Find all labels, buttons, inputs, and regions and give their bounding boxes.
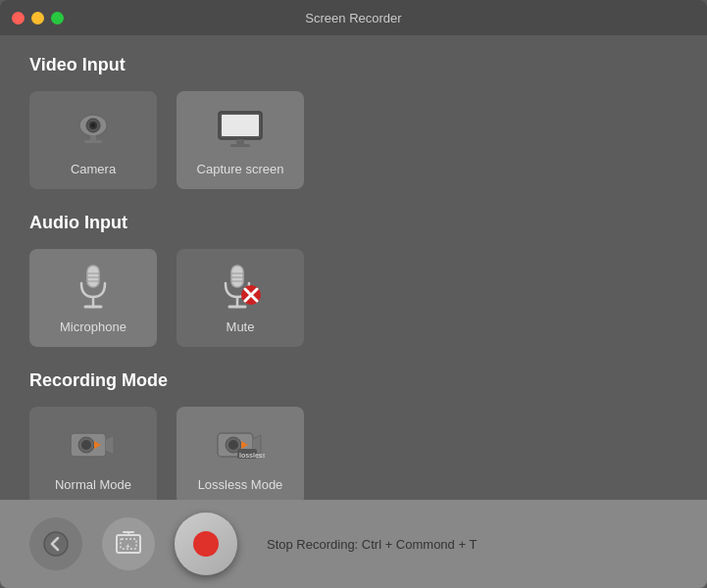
camera-icon bbox=[69, 105, 118, 154]
minimize-button[interactable] bbox=[31, 12, 44, 24]
record-button[interactable] bbox=[175, 513, 237, 575]
mute-label: Mute bbox=[227, 319, 255, 334]
window-title: Screen Recorder bbox=[305, 11, 401, 25]
recording-mode-title: Recording Mode bbox=[29, 370, 678, 391]
svg-point-27 bbox=[81, 440, 91, 450]
camera-button[interactable]: Camera bbox=[29, 91, 157, 189]
bottom-bar: + Stop Recording: Ctrl + Commond + T bbox=[0, 500, 707, 588]
camera-label: Camera bbox=[71, 162, 116, 176]
titlebar: Screen Recorder bbox=[0, 0, 707, 35]
svg-rect-4 bbox=[90, 135, 96, 140]
record-indicator bbox=[193, 531, 219, 557]
svg-text:lossless: lossless bbox=[239, 452, 265, 459]
main-content: Video Input bbox=[0, 35, 707, 500]
microphone-label: Microphone bbox=[60, 319, 126, 334]
microphone-icon bbox=[69, 263, 118, 312]
back-button[interactable] bbox=[29, 517, 82, 570]
recording-mode-section: Recording Mode bbox=[29, 370, 678, 500]
maximize-button[interactable] bbox=[51, 12, 64, 24]
audio-input-options: Microphone bbox=[29, 249, 678, 347]
svg-rect-8 bbox=[236, 139, 244, 144]
capture-button[interactable]: + bbox=[102, 517, 155, 570]
svg-rect-7 bbox=[222, 115, 259, 136]
capture-screen-button[interactable]: Capture screen bbox=[177, 91, 304, 189]
video-input-title: Video Input bbox=[29, 55, 678, 75]
mute-icon bbox=[216, 263, 265, 312]
capture-screen-label: Capture screen bbox=[197, 162, 284, 176]
svg-rect-10 bbox=[87, 266, 99, 287]
stop-recording-text: Stop Recording: Ctrl + Commond + T bbox=[267, 537, 477, 552]
microphone-button[interactable]: Microphone bbox=[29, 249, 157, 347]
video-input-options: Camera Capture screen bbox=[29, 91, 678, 189]
mute-button[interactable]: Mute bbox=[177, 249, 304, 347]
normal-mode-label: Normal Mode bbox=[55, 477, 131, 492]
traffic-lights bbox=[12, 12, 64, 24]
lossless-mode-icon: lossless bbox=[216, 420, 265, 469]
lossless-mode-button[interactable]: lossless Lossless Mode bbox=[177, 407, 304, 500]
recording-mode-options: Normal Mode bbox=[29, 407, 678, 500]
audio-input-section: Audio Input bbox=[29, 213, 678, 347]
audio-input-title: Audio Input bbox=[29, 213, 678, 233]
normal-mode-button[interactable]: Normal Mode bbox=[29, 407, 157, 500]
svg-rect-16 bbox=[231, 266, 243, 287]
svg-rect-9 bbox=[230, 144, 250, 147]
app-window: Screen Recorder Video Input bbox=[0, 0, 707, 588]
capture-screen-icon bbox=[216, 105, 265, 154]
svg-point-3 bbox=[91, 123, 95, 127]
svg-point-35 bbox=[44, 532, 68, 556]
svg-point-31 bbox=[228, 440, 238, 450]
close-button[interactable] bbox=[12, 12, 25, 24]
video-input-section: Video Input bbox=[29, 55, 678, 189]
lossless-mode-label: Lossless Mode bbox=[198, 477, 283, 492]
svg-rect-5 bbox=[84, 140, 102, 143]
svg-text:+: + bbox=[126, 542, 130, 551]
normal-mode-icon bbox=[69, 420, 118, 469]
